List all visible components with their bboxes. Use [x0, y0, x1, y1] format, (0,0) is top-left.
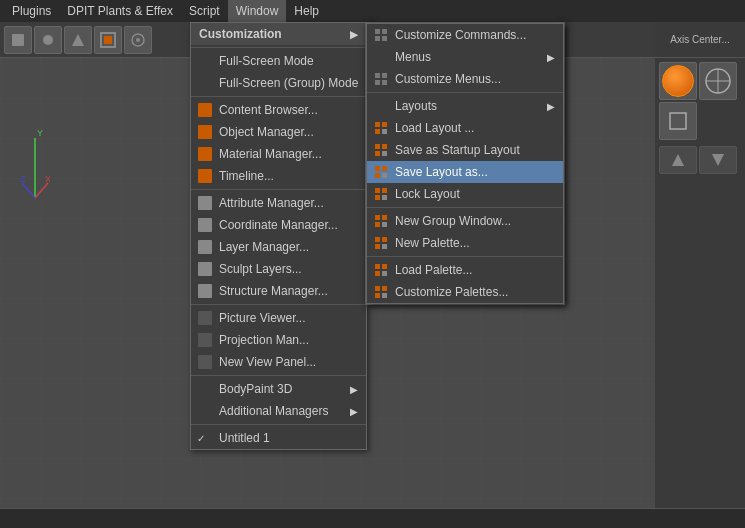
object-manager-icon — [197, 124, 213, 140]
attribute-manager-icon — [197, 195, 213, 211]
menu-item-timeline[interactable]: Timeline... — [191, 165, 366, 187]
svg-rect-32 — [382, 144, 387, 149]
menu-item-structure-manager[interactable]: Structure Manager... — [191, 280, 366, 302]
menu-plugins[interactable]: Plugins — [4, 0, 59, 22]
right-tool-1[interactable] — [659, 62, 697, 100]
load-layout-icon — [373, 120, 389, 136]
axis-center-label: Axis Center... — [670, 34, 729, 45]
additional-managers-arrow: ▶ — [350, 406, 358, 417]
window-dropdown: Customization ▶ Full-Screen Mode Full-Sc… — [190, 22, 367, 450]
svg-rect-25 — [375, 80, 380, 85]
toolbar-btn-3[interactable] — [64, 26, 92, 54]
svg-rect-49 — [375, 244, 380, 249]
toolbar-btn-4[interactable] — [94, 26, 122, 54]
new-group-window-label: New Group Window... — [395, 214, 511, 228]
svg-rect-27 — [375, 122, 380, 127]
svg-rect-20 — [382, 29, 387, 34]
layouts-label: Layouts — [395, 99, 437, 113]
right-tool-2[interactable] — [699, 62, 737, 100]
svg-rect-50 — [382, 244, 387, 249]
menu-item-save-layout-as[interactable]: Save Layout as... — [367, 161, 563, 183]
right-tool-3[interactable] — [659, 102, 697, 140]
menu-item-object-manager[interactable]: Object Manager... — [191, 121, 366, 143]
svg-rect-34 — [382, 151, 387, 156]
right-toolbar — [655, 58, 745, 508]
menu-item-projection-man[interactable]: Projection Man... — [191, 329, 366, 351]
menu-item-lock-layout[interactable]: Lock Layout — [367, 183, 563, 205]
menu-dpit[interactable]: DPIT Plants & Effex — [59, 0, 181, 22]
menu-item-picture-viewer[interactable]: Picture Viewer... — [191, 307, 366, 329]
menu-script[interactable]: Script — [181, 0, 228, 22]
menu-item-load-layout[interactable]: Load Layout ... — [367, 117, 563, 139]
menu-item-new-group-window[interactable]: New Group Window... — [367, 210, 563, 232]
menu-item-sculpt-layers[interactable]: Sculpt Layers... — [191, 258, 366, 280]
cust-sep-2 — [367, 207, 563, 208]
toolbar-btn-2[interactable] — [34, 26, 62, 54]
menu-item-new-view-panel[interactable]: New View Panel... — [191, 351, 366, 373]
new-view-panel-label: New View Panel... — [219, 355, 316, 369]
menu-item-additional-managers[interactable]: Additional Managers ▶ — [191, 400, 366, 422]
svg-rect-53 — [375, 271, 380, 276]
menu-item-load-palette[interactable]: Load Palette... — [367, 259, 563, 281]
menu-item-fullscreen-group[interactable]: Full-Screen (Group) Mode — [191, 72, 366, 94]
menu-item-bodypaint[interactable]: BodyPaint 3D ▶ — [191, 378, 366, 400]
menu-item-new-palette[interactable]: New Palette... — [367, 232, 563, 254]
svg-rect-0 — [12, 34, 24, 46]
svg-rect-40 — [382, 188, 387, 193]
menu-item-menus[interactable]: Menus ▶ — [367, 46, 563, 68]
svg-rect-19 — [375, 29, 380, 34]
menu-item-customize-palettes[interactable]: Customize Palettes... — [367, 281, 563, 303]
bottom-bar — [0, 508, 745, 528]
menu-window[interactable]: Window — [228, 0, 287, 22]
menu-item-customization[interactable]: Customization ▶ — [191, 23, 366, 45]
svg-rect-28 — [382, 122, 387, 127]
menu-item-fullscreen[interactable]: Full-Screen Mode — [191, 50, 366, 72]
fullscreen-group-label: Full-Screen (Group) Mode — [219, 76, 358, 90]
svg-rect-4 — [104, 36, 112, 44]
nav-btn-1[interactable] — [659, 146, 697, 174]
object-manager-label: Object Manager... — [219, 125, 314, 139]
load-palette-label: Load Palette... — [395, 263, 472, 277]
menu-item-content-browser[interactable]: Content Browser... — [191, 99, 366, 121]
menu-item-customize-menus[interactable]: Customize Menus... — [367, 68, 563, 90]
bodypaint-label: BodyPaint 3D — [219, 382, 292, 396]
menu-item-untitled[interactable]: ✓ Untitled 1 — [191, 427, 366, 449]
menu-item-customize-commands[interactable]: Customize Commands... — [367, 24, 563, 46]
menu-item-save-startup-layout[interactable]: Save as Startup Layout — [367, 139, 563, 161]
new-palette-label: New Palette... — [395, 236, 470, 250]
save-startup-layout-label: Save as Startup Layout — [395, 143, 520, 157]
coordinate-manager-icon — [197, 217, 213, 233]
svg-rect-52 — [382, 264, 387, 269]
menu-item-attribute-manager[interactable]: Attribute Manager... — [191, 192, 366, 214]
sep-2 — [191, 96, 366, 97]
svg-rect-48 — [382, 237, 387, 242]
structure-manager-label: Structure Manager... — [219, 284, 328, 298]
svg-rect-41 — [375, 195, 380, 200]
menu-item-coordinate-manager[interactable]: Coordinate Manager... — [191, 214, 366, 236]
sep-3 — [191, 189, 366, 190]
svg-rect-26 — [382, 80, 387, 85]
svg-rect-24 — [382, 73, 387, 78]
svg-rect-54 — [382, 271, 387, 276]
svg-rect-39 — [375, 188, 380, 193]
toolbar-btn-5[interactable] — [124, 26, 152, 54]
menu-item-layer-manager[interactable]: Layer Manager... — [191, 236, 366, 258]
menu-item-material-manager[interactable]: Material Manager... — [191, 143, 366, 165]
customize-palettes-label: Customize Palettes... — [395, 285, 508, 299]
nav-btn-2[interactable] — [699, 146, 737, 174]
menu-item-layouts[interactable]: Layouts ▶ — [367, 95, 563, 117]
svg-rect-21 — [375, 36, 380, 41]
content-browser-label: Content Browser... — [219, 103, 318, 117]
fullscreen-label: Full-Screen Mode — [219, 54, 314, 68]
svg-rect-38 — [382, 173, 387, 178]
svg-rect-16 — [670, 113, 686, 129]
material-manager-label: Material Manager... — [219, 147, 322, 161]
toolbar-btn-1[interactable] — [4, 26, 32, 54]
menus-arrow: ▶ — [547, 52, 555, 63]
svg-rect-44 — [382, 215, 387, 220]
svg-point-1 — [43, 35, 53, 45]
picture-viewer-icon — [197, 310, 213, 326]
svg-rect-42 — [382, 195, 387, 200]
menu-help[interactable]: Help — [286, 0, 327, 22]
coordinate-manager-label: Coordinate Manager... — [219, 218, 338, 232]
